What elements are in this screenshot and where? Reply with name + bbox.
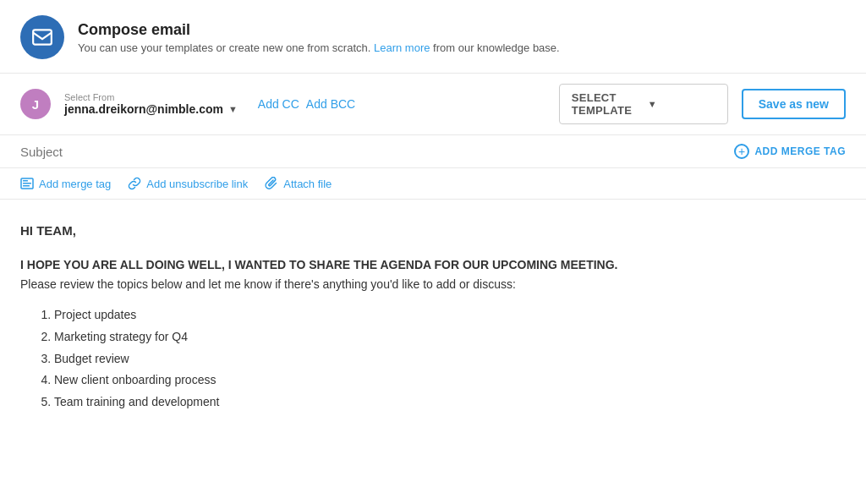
from-row: J Select From jenna.dreikorn@nimble.com … bbox=[0, 74, 866, 135]
list-item: Marketing strategy for Q4 bbox=[54, 327, 846, 348]
paperclip-icon bbox=[265, 177, 278, 190]
svg-rect-0 bbox=[33, 30, 52, 44]
link-icon bbox=[128, 177, 141, 190]
list-item: New client onboarding process bbox=[54, 370, 846, 391]
list-item: Budget review bbox=[54, 349, 846, 370]
compose-title: Compose email bbox=[78, 21, 560, 39]
email-greeting: HI TEAM, bbox=[20, 220, 846, 242]
from-selector[interactable]: Select From jenna.dreikorn@nimble.com ▼ bbox=[64, 92, 238, 116]
email-agenda-list: Project updatesMarketing strategy for Q4… bbox=[54, 305, 846, 413]
svg-rect-2 bbox=[23, 180, 28, 182]
save-as-new-button[interactable]: Save as new bbox=[742, 89, 846, 119]
sender-email: jenna.dreikorn@nimble.com bbox=[64, 102, 223, 116]
add-merge-tag-toolbar-label: Add merge tag bbox=[39, 178, 111, 190]
from-dropdown-arrow: ▼ bbox=[228, 104, 238, 114]
compose-email-icon bbox=[20, 15, 64, 59]
email-intro-caps: I HOPE YOU ARE ALL DOING WELL, I WANTED … bbox=[20, 258, 618, 271]
from-email-row: jenna.dreikorn@nimble.com ▼ bbox=[64, 102, 238, 116]
subject-input[interactable] bbox=[20, 145, 734, 159]
subject-row: + ADD MERGE TAG bbox=[0, 135, 866, 168]
template-selector-label: SELECT TEMPLATE bbox=[572, 91, 639, 117]
attach-file-button[interactable]: Attach file bbox=[265, 177, 332, 190]
merge-tag-icon bbox=[20, 177, 34, 190]
compose-description: You can use your templates or create new… bbox=[78, 41, 560, 54]
compose-header: Compose email You can use your templates… bbox=[0, 0, 866, 74]
email-intro: I HOPE YOU ARE ALL DOING WELL, I WANTED … bbox=[20, 255, 846, 296]
template-dropdown-arrow: ▼ bbox=[648, 99, 715, 109]
list-item: Project updates bbox=[54, 305, 846, 326]
add-merge-tag-button[interactable]: + ADD MERGE TAG bbox=[734, 144, 846, 159]
add-cc-link[interactable]: Add CC bbox=[258, 97, 299, 111]
sender-avatar: J bbox=[20, 89, 51, 119]
from-label: Select From bbox=[64, 92, 238, 102]
svg-rect-3 bbox=[23, 183, 31, 184]
email-intro-normal: Please review the topics below and let m… bbox=[20, 277, 516, 291]
compose-header-text: Compose email You can use your templates… bbox=[78, 21, 560, 54]
template-selector[interactable]: SELECT TEMPLATE ▼ bbox=[559, 84, 728, 124]
add-unsubscribe-label: Add unsubscribe link bbox=[146, 178, 248, 190]
attach-file-label: Attach file bbox=[283, 178, 332, 190]
email-body: HI TEAM, I HOPE YOU ARE ALL DOING WELL, … bbox=[0, 200, 866, 435]
add-merge-tag-toolbar-button[interactable]: Add merge tag bbox=[20, 177, 111, 190]
list-item: Team training and development bbox=[54, 392, 846, 413]
learn-more-link[interactable]: Learn more bbox=[374, 41, 430, 54]
circle-plus-icon: + bbox=[734, 144, 749, 159]
add-bcc-link[interactable]: Add BCC bbox=[306, 97, 355, 111]
add-merge-tag-label: ADD MERGE TAG bbox=[754, 145, 846, 157]
svg-rect-4 bbox=[23, 185, 30, 187]
add-unsubscribe-link-button[interactable]: Add unsubscribe link bbox=[128, 177, 248, 190]
toolbar-row: Add merge tag Add unsubscribe link Attac… bbox=[0, 168, 866, 200]
cc-bcc-links: Add CC Add BCC bbox=[258, 97, 355, 111]
